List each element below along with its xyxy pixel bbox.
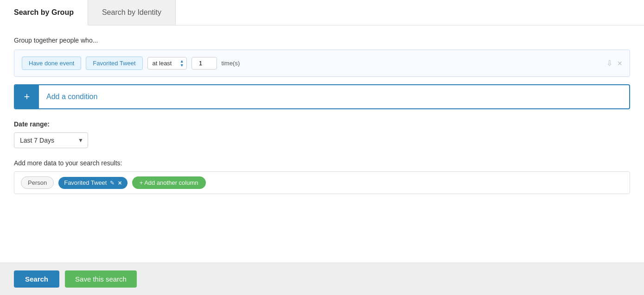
- add-condition-plus-button[interactable]: +: [15, 85, 39, 108]
- tab-search-by-identity[interactable]: Search by Identity: [88, 0, 176, 25]
- tweet-column-tag: Favorited Tweet ✎ ×: [58, 177, 127, 189]
- event-name-button[interactable]: Favorited Tweet: [86, 56, 142, 70]
- save-search-button[interactable]: Save this search: [65, 270, 137, 288]
- add-condition-label[interactable]: Add a condition: [39, 93, 97, 101]
- content-area: Group together people who... Have done e…: [0, 25, 644, 263]
- event-type-button[interactable]: Have done event: [22, 56, 81, 70]
- remove-column-icon[interactable]: ×: [118, 179, 121, 187]
- columns-section-label: Add more data to your search results:: [14, 159, 630, 167]
- frequency-select[interactable]: at least at most exactly: [147, 57, 187, 69]
- tab-search-by-group[interactable]: Search by Group: [0, 0, 88, 25]
- date-range-select-wrapper: Last 7 Days Last 30 Days Last 90 Days Al…: [14, 132, 88, 148]
- add-column-button[interactable]: + Add another column: [132, 176, 206, 189]
- count-input[interactable]: [191, 57, 217, 69]
- date-range-label: Date range:: [14, 120, 630, 128]
- filter-icon[interactable]: ⇩: [606, 59, 612, 68]
- columns-box: Person Favorited Tweet ✎ × + Add another…: [14, 171, 630, 194]
- tabs-bar: Search by Group Search by Identity: [0, 0, 644, 25]
- condition-row: Have done event Favorited Tweet at least…: [14, 50, 630, 77]
- frequency-select-wrapper: at least at most exactly ▲ ▼: [147, 57, 187, 69]
- columns-section: Add more data to your search results: Pe…: [14, 159, 630, 194]
- condition-actions: ⇩ ×: [606, 59, 622, 68]
- add-condition-row[interactable]: + Add a condition: [14, 84, 630, 109]
- main-container: Search by Group Search by Identity Group…: [0, 0, 644, 295]
- footer: Search Save this search: [0, 263, 644, 295]
- date-range-select[interactable]: Last 7 Days Last 30 Days Last 90 Days Al…: [14, 132, 88, 148]
- group-section-label: Group together people who...: [14, 37, 630, 44]
- person-column-tag: Person: [21, 176, 54, 189]
- times-label: time(s): [222, 60, 240, 67]
- remove-condition-icon[interactable]: ×: [617, 59, 622, 68]
- search-button[interactable]: Search: [14, 270, 59, 288]
- edit-column-icon[interactable]: ✎: [110, 180, 115, 186]
- date-range-section: Date range: Last 7 Days Last 30 Days Las…: [14, 120, 630, 148]
